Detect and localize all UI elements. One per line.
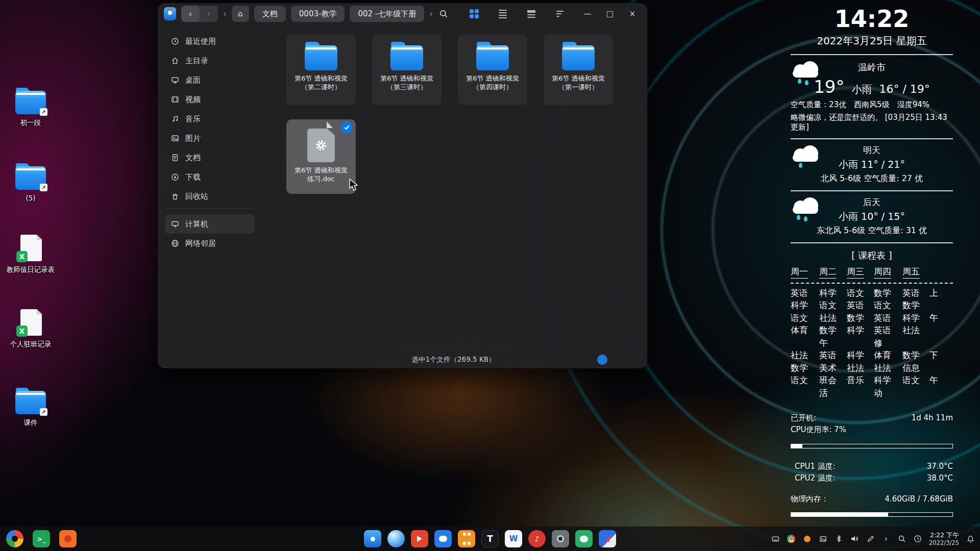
bluetooth-tray-icon[interactable] — [834, 534, 843, 543]
appstore-dock-icon[interactable] — [458, 530, 475, 547]
sidebar-item-trash[interactable]: 回收站 — [165, 187, 255, 206]
schedule-day: 周二 — [819, 266, 837, 279]
minimize-button[interactable]: — — [579, 9, 596, 18]
back-button[interactable]: ‹ — [181, 6, 200, 22]
widget-clock: 14:22 — [791, 6, 953, 32]
sidebar-item-documents[interactable]: 文档 — [165, 148, 255, 167]
sort-menu-icon[interactable] — [554, 8, 566, 19]
sidebar-item-computer[interactable]: 计算机 — [165, 214, 255, 234]
sidebar-item-videos[interactable]: 视频 — [165, 90, 255, 109]
uptime-label: 已开机: — [791, 413, 816, 423]
camera-dock-icon[interactable] — [552, 530, 569, 547]
desktop-icon-label: 教师值日记录表 — [4, 265, 57, 274]
clock-tray-icon[interactable] — [913, 534, 922, 543]
folder-name-line2: （第四课时） — [458, 83, 527, 92]
desktop-icon-excel-2[interactable]: X 个人驻班记录 — [4, 309, 57, 348]
desktop-icon-folder-1[interactable]: ↗ 初一段 — [4, 88, 57, 127]
cpu-usage-label: CPU使用率: 7% — [791, 425, 846, 435]
title-bar[interactable]: ‹ › ‹ ⌂ 文档 0003-教学 002 -七年级下册 › — □ × — [158, 3, 647, 24]
folder-tile-lesson4[interactable]: 第6节 透镜和视觉 （第四课时） — [458, 35, 527, 105]
doc-file-icon — [307, 129, 335, 162]
folder-tile-lesson2[interactable]: 第6节 透镜和视觉 （第二课时） — [286, 35, 356, 105]
detail-view-icon[interactable] — [526, 8, 537, 19]
input-method-tray-icon[interactable] — [771, 534, 780, 543]
crumb-scroll-left-icon[interactable]: ‹ — [223, 9, 227, 19]
cpu1-temp-label: CPU1 温度: — [795, 462, 836, 471]
weather-condition: 小雨 — [851, 83, 872, 96]
volume-tray-icon[interactable] — [850, 534, 859, 543]
file-manager-dock-icon[interactable] — [364, 530, 381, 547]
search-icon[interactable] — [438, 8, 449, 19]
selected-check-icon — [341, 121, 353, 133]
desktop-icon-label: 课件 — [4, 418, 57, 427]
breadcrumb-grade7[interactable]: 002 -七年级下册 — [350, 6, 424, 22]
schedule-table: 英语科学语文数学英语上 科学语文英语语文数学 语文社法数学英语科学午 体育数学科… — [791, 287, 953, 399]
sidebar-item-home[interactable]: 主目录 — [165, 51, 255, 70]
cpu2-temp-label: CPU2 温度: — [795, 473, 836, 483]
forward-button[interactable]: › — [200, 6, 218, 22]
taskbar-clock[interactable]: 2:22 下午 2022/3/25 — [929, 531, 959, 546]
cpu-usage-bar — [791, 444, 953, 448]
weather-range: 16° / 19° — [879, 83, 929, 95]
watermark-dot-icon — [597, 355, 607, 365]
folder-icon — [562, 42, 595, 70]
desktop-icon-folder-2[interactable]: ↗ (5) — [4, 163, 57, 203]
search-tray-icon[interactable] — [897, 534, 906, 543]
sidebar-item-downloads[interactable]: 下载 — [165, 167, 255, 187]
orange-app-icon[interactable] — [59, 530, 77, 547]
status-bar: 选中1个文件（269.5 KB） — [260, 351, 647, 368]
doc-fold-corner — [327, 121, 333, 128]
wechat-dock-icon[interactable] — [575, 530, 593, 547]
folder-icon — [305, 42, 337, 70]
close-button[interactable]: × — [624, 9, 641, 18]
sidebar-item-music[interactable]: 音乐 — [165, 109, 255, 129]
folder-tile-lesson1[interactable]: 第6节 透镜和视觉 （第一课时） — [544, 35, 613, 105]
breadcrumb-teaching[interactable]: 0003-教学 — [291, 6, 345, 22]
breadcrumb-documents[interactable]: 文档 — [254, 6, 286, 22]
sidebar-item-pictures[interactable]: 图片 — [165, 129, 255, 148]
weather-temp: 19° — [814, 77, 844, 97]
launcher-icon[interactable] — [6, 530, 23, 547]
meeting-app-dock-icon[interactable] — [599, 530, 616, 547]
music-app-dock-icon[interactable]: ♪ — [528, 530, 546, 547]
desktop-icon-folder-3[interactable]: ↗ 课件 — [4, 388, 57, 427]
weather-comfort-line: 略微偏凉，还是蛮舒适的。 [03月25日 13:43更新] — [791, 113, 953, 132]
sidebar-item-recent[interactable]: 最近使用 — [165, 32, 255, 51]
schedule-day: 周五 — [902, 266, 920, 279]
home-crumb-button[interactable]: ⌂ — [232, 6, 249, 22]
tray-expand-chevron-icon[interactable]: › — [881, 534, 891, 543]
wps-dock-icon[interactable]: W — [505, 530, 522, 547]
folder-icon: ↗ — [15, 88, 46, 114]
notification-bell-icon[interactable] — [966, 534, 975, 543]
rain-cloud-icon — [792, 145, 818, 161]
folder-name-line1: 第6节 透镜和视觉 — [458, 74, 527, 83]
taskbar: >_ T W ♪ — [0, 527, 980, 551]
orange-dot-tray-icon[interactable] — [802, 534, 812, 543]
sidebar-label: 桌面 — [185, 76, 201, 85]
chrome-tray-icon[interactable] — [787, 534, 796, 543]
video-app-dock-icon[interactable] — [411, 530, 428, 547]
chat-app-dock-icon[interactable] — [434, 530, 452, 547]
text-editor-dock-icon[interactable]: T — [481, 530, 499, 547]
sidebar-label: 主目录 — [185, 56, 208, 66]
sidebar-item-network[interactable]: 网络邻居 — [165, 234, 255, 253]
weather-aqi-line: 空气质量：23优 西南风5级 湿度94% — [791, 100, 953, 110]
file-list-area[interactable]: 第6节 透镜和视觉 （第二课时） 第6节 透镜和视觉 （第三课时） 第6节 — [260, 24, 647, 368]
list-view-icon[interactable] — [497, 8, 508, 19]
desktop-icon-excel-1[interactable]: X 教师值日记录表 — [4, 235, 57, 274]
terminal-icon[interactable]: >_ — [33, 530, 50, 547]
crumb-scroll-right-icon[interactable]: › — [429, 9, 433, 19]
widget-divider — [791, 138, 953, 139]
selected-doc-tile[interactable]: 第6节 透镜和视觉 练习.doc — [286, 119, 356, 194]
schedule-day: 周三 — [847, 266, 864, 279]
widget-date: 2022年3月25日 星期五 — [791, 34, 953, 48]
pen-tray-icon[interactable] — [866, 534, 875, 543]
browser-dock-icon[interactable] — [387, 530, 405, 547]
sidebar-item-desktop[interactable]: 桌面 — [165, 70, 255, 90]
grid-view-icon[interactable] — [469, 8, 480, 19]
maximize-button[interactable]: □ — [601, 9, 619, 18]
memory-value: 4.60GiB / 7.68GiB — [885, 494, 953, 504]
shortcut-arrow-icon: ↗ — [40, 408, 47, 416]
photo-tray-icon[interactable] — [818, 534, 827, 543]
folder-tile-lesson3[interactable]: 第6节 透镜和视觉 （第三课时） — [372, 35, 442, 105]
